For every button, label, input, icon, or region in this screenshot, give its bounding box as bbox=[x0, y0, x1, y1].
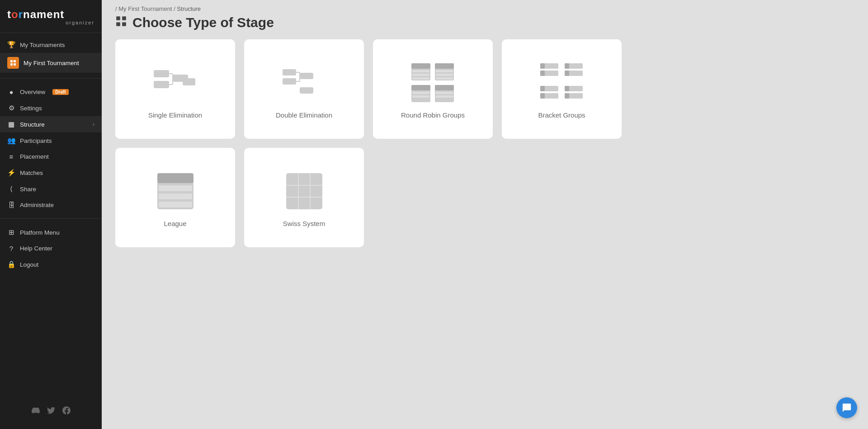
sidebar-item-matches[interactable]: ⚡ Matches bbox=[0, 165, 102, 181]
double-elimination-label: Double Elimination bbox=[276, 111, 332, 119]
chat-bubble[interactable] bbox=[836, 397, 857, 418]
settings-icon: ⚙ bbox=[7, 104, 15, 112]
svg-rect-43 bbox=[540, 63, 545, 69]
logout-label: Logout bbox=[20, 261, 38, 268]
matches-icon: ⚡ bbox=[7, 169, 15, 177]
sidebar-item-placement[interactable]: ≡ Placement bbox=[0, 149, 102, 165]
svg-rect-4 bbox=[116, 16, 120, 20]
svg-rect-59 bbox=[157, 173, 193, 183]
single-elimination-label: Single Elimination bbox=[148, 111, 202, 119]
structure-chevron: › bbox=[93, 121, 94, 127]
svg-rect-57 bbox=[565, 93, 569, 99]
stage-card-double-elimination[interactable]: Double Elimination bbox=[244, 39, 364, 139]
league-icon bbox=[155, 171, 196, 212]
sidebar-item-settings[interactable]: ⚙ Settings bbox=[0, 100, 102, 116]
stage-card-swiss-system[interactable]: Swiss System bbox=[244, 148, 364, 247]
sidebar-item-overview[interactable]: ● Overview Draft bbox=[0, 84, 102, 100]
main-content: / My First Tournament / Structure Choose… bbox=[102, 0, 868, 429]
logo: tornament bbox=[7, 8, 94, 21]
stage-card-single-elimination[interactable]: Single Elimination bbox=[115, 39, 235, 139]
svg-rect-47 bbox=[565, 63, 569, 69]
sidebar-item-share[interactable]: ⟨ Share bbox=[0, 181, 102, 197]
structure-icon: ▦ bbox=[7, 120, 15, 128]
participants-icon: 👥 bbox=[7, 137, 15, 145]
placement-label: Placement bbox=[20, 153, 49, 160]
round-robin-groups-icon bbox=[410, 62, 456, 103]
stage-card-round-robin-groups[interactable]: Round Robin Groups bbox=[373, 39, 493, 139]
sidebar-item-administrate[interactable]: 🗄 Administrate bbox=[0, 197, 102, 213]
svg-rect-27 bbox=[412, 74, 429, 76]
svg-rect-3 bbox=[14, 63, 16, 66]
tournament-nav: ● Overview Draft ⚙ Settings ▦ Structure … bbox=[0, 80, 102, 217]
administrate-label: Administrate bbox=[20, 202, 54, 208]
svg-rect-9 bbox=[154, 81, 169, 88]
page-header: Choose Type of Stage bbox=[102, 12, 868, 39]
svg-rect-55 bbox=[565, 86, 569, 91]
overview-label: Overview bbox=[20, 89, 45, 95]
tournament-name: My First Tournament bbox=[24, 60, 79, 66]
divider-2 bbox=[0, 218, 102, 219]
grid-icon bbox=[115, 15, 127, 30]
svg-rect-51 bbox=[540, 86, 545, 91]
breadcrumb-sep1: / bbox=[115, 5, 117, 12]
platform-nav: ⊞ Platform Menu ? Help Center 🔒 Logout bbox=[0, 221, 102, 276]
svg-rect-25 bbox=[411, 63, 430, 69]
help-icon: ? bbox=[7, 245, 15, 252]
overview-icon: ● bbox=[7, 88, 15, 96]
breadcrumb-tournament[interactable]: My First Tournament bbox=[118, 5, 172, 12]
social-icons bbox=[0, 401, 102, 422]
trophy-icon: 🏆 bbox=[7, 41, 15, 49]
svg-rect-30 bbox=[435, 63, 454, 69]
sidebar-item-tournament[interactable]: My First Tournament bbox=[0, 53, 102, 73]
facebook-icon[interactable] bbox=[62, 406, 71, 416]
stage-card-bracket-groups[interactable]: Bracket Groups bbox=[502, 39, 622, 139]
logout-icon: 🔒 bbox=[7, 260, 15, 269]
svg-rect-28 bbox=[412, 77, 429, 80]
divider-1 bbox=[0, 78, 102, 79]
matches-label: Matches bbox=[20, 170, 43, 176]
svg-rect-11 bbox=[183, 78, 195, 85]
svg-rect-8 bbox=[154, 70, 169, 77]
sidebar-item-logout[interactable]: 🔒 Logout bbox=[0, 256, 102, 273]
swiss-system-label: Swiss System bbox=[283, 220, 325, 227]
single-elimination-icon bbox=[153, 62, 198, 103]
platform-icon: ⊞ bbox=[7, 228, 15, 236]
svg-rect-1 bbox=[14, 60, 16, 62]
svg-rect-33 bbox=[436, 77, 453, 80]
svg-rect-18 bbox=[283, 78, 296, 85]
svg-rect-41 bbox=[436, 95, 453, 98]
administrate-icon: 🗄 bbox=[7, 201, 15, 209]
svg-rect-53 bbox=[540, 93, 545, 99]
svg-rect-35 bbox=[411, 85, 430, 90]
share-label: Share bbox=[20, 186, 36, 193]
sidebar-item-structure[interactable]: ▦ Structure › bbox=[0, 116, 102, 132]
sidebar: tornament organizer 🏆 My Tournaments My … bbox=[0, 0, 102, 429]
sidebar-bottom bbox=[0, 401, 102, 429]
discord-icon[interactable] bbox=[32, 406, 40, 416]
structure-label: Structure bbox=[20, 121, 45, 128]
svg-rect-19 bbox=[300, 73, 313, 79]
svg-rect-49 bbox=[565, 71, 569, 76]
svg-rect-63 bbox=[286, 173, 322, 209]
svg-rect-61 bbox=[159, 193, 192, 199]
svg-rect-17 bbox=[283, 69, 296, 75]
svg-rect-40 bbox=[436, 92, 453, 94]
my-tournaments-section: 🏆 My Tournaments My First Tournament bbox=[0, 33, 102, 76]
sidebar-item-help-center[interactable]: ? Help Center bbox=[0, 240, 102, 256]
svg-rect-31 bbox=[436, 70, 453, 72]
participants-label: Participants bbox=[20, 137, 52, 144]
page-title: Choose Type of Stage bbox=[132, 15, 274, 30]
twitter-icon[interactable] bbox=[47, 406, 55, 416]
sidebar-item-my-tournaments[interactable]: 🏆 My Tournaments bbox=[0, 37, 102, 53]
tournament-icon bbox=[7, 57, 19, 69]
bracket-groups-label: Bracket Groups bbox=[538, 111, 585, 119]
breadcrumb: / My First Tournament / Structure bbox=[102, 0, 868, 12]
platform-label: Platform Menu bbox=[20, 229, 60, 236]
svg-rect-6 bbox=[116, 22, 120, 26]
stage-cards-grid: Single Elimination Double Elimination bbox=[102, 39, 868, 261]
swiss-system-icon bbox=[284, 171, 325, 212]
sidebar-item-participants[interactable]: 👥 Participants bbox=[0, 132, 102, 149]
svg-rect-20 bbox=[300, 87, 313, 94]
sidebar-item-platform-menu[interactable]: ⊞ Platform Menu bbox=[0, 224, 102, 240]
stage-card-league[interactable]: League bbox=[115, 148, 235, 247]
